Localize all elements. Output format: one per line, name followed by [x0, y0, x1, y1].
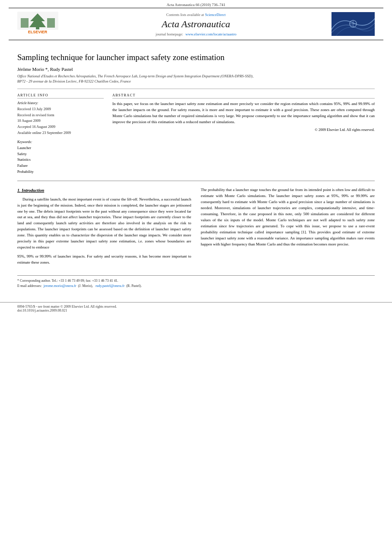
journal-header: ELSEVIER Contents lists available at Sci… — [9, 8, 383, 40]
footnote-area: * Corresponding author. Tel.: +33 1 46 7… — [17, 275, 375, 289]
keyword-failure: Failure — [17, 163, 104, 169]
body-divider — [17, 181, 375, 181]
affiliation-line1: Office National d'Etudes et Recherches A… — [17, 74, 253, 78]
sciencedirect-text: Contents lists available at — [166, 13, 204, 17]
email2-name: (R. Pastel). — [126, 284, 142, 288]
sciencedirect-line: Contents lists available at ScienceDirec… — [61, 12, 331, 17]
elsevier-logo-svg: ELSEVIER — [17, 12, 58, 35]
article-title: Sampling technique for launcher impact s… — [17, 52, 375, 63]
main-content: Sampling technique for launcher impact s… — [0, 40, 392, 298]
intro-para1-left: During a satellite launch, the most impo… — [17, 197, 191, 251]
body-two-col: 1. Introduction During a satellite launc… — [17, 187, 375, 269]
revised-date: 10 August 2009 — [17, 118, 104, 124]
bottom-doi: doi:10.1016/j.actaastro.2009.08.021 — [17, 309, 375, 312]
intro-text-left-tail: 95%, 99% or 99.99% of launcher impacts. … — [17, 254, 191, 264]
keyword-probability: Probability — [17, 169, 104, 175]
info-section: ARTICLE INFO Article history: Received 1… — [17, 93, 375, 175]
section1-title-text: Introduction — [22, 188, 44, 193]
col-left: 1. Introduction During a satellite launc… — [17, 187, 191, 269]
svg-rect-4 — [47, 18, 55, 28]
svg-rect-3 — [21, 18, 29, 28]
elsevier-logo-area: ELSEVIER — [17, 12, 61, 36]
page: Acta Astronautica 66 (2010) 736–741 ELSE… — [0, 0, 392, 535]
keywords-list: Launcher Safety Statistics Failure Proba… — [17, 145, 104, 175]
footnote-email-line: E-mail addresses: jerome.morio@onera.fr … — [17, 283, 375, 289]
journal-title: Acta Astronautica — [61, 19, 331, 30]
email1-name: (J. Morio), — [78, 284, 92, 288]
article-divider — [17, 89, 375, 89]
homepage-line: journal homepage: www.elsevier.com/locat… — [61, 32, 331, 36]
right-logo-box — [331, 12, 375, 36]
homepage-link[interactable]: www.elsevier.com/locate/actaastro — [185, 32, 236, 36]
svg-rect-2 — [36, 27, 39, 29]
email2-link[interactable]: rudy.pastel@onera.fr — [96, 284, 124, 288]
article-info-title: ARTICLE INFO — [17, 93, 104, 99]
keyword-launcher: Launcher — [17, 145, 104, 151]
section1-title: 1. Introduction — [17, 187, 191, 194]
history-label: Article history: — [17, 101, 104, 105]
intro-text-left: During a satellite launch, the most impo… — [17, 197, 191, 250]
email1-link[interactable]: jerome.morio@onera.fr — [44, 284, 76, 288]
abstract-copyright: © 2009 Elsevier Ltd. All rights reserved… — [112, 127, 375, 132]
homepage-text: journal homepage: — [156, 32, 183, 36]
accepted-date: Accepted 16 August 2009 — [17, 124, 104, 130]
abstract-section: ABSTRACT In this paper, we focus on the … — [112, 93, 375, 175]
received-date: Received 13 July 2009 — [17, 106, 104, 112]
email-label: E-mail addresses: — [17, 284, 42, 288]
abstract-text: In this paper, we focus on the launcher … — [112, 101, 375, 125]
keyword-safety: Safety — [17, 151, 104, 157]
journal-ref: Acta Astronautica 66 (2010) 736–741 — [167, 3, 226, 7]
article-affiliation: Office National d'Etudes et Recherches A… — [17, 73, 375, 85]
keywords-label: Keywords: — [17, 140, 104, 144]
available-date: Available online 23 September 2009 — [17, 130, 104, 136]
received-revised-label: Received in revised form — [17, 112, 104, 118]
footnote-corresponding: * Corresponding author. Tel.: +33 1 46 7… — [17, 278, 375, 283]
article-info: ARTICLE INFO Article history: Received 1… — [17, 93, 104, 175]
abstract-title: ABSTRACT — [112, 93, 375, 99]
intro-para1-right-end: 95%, 99% or 99.99% of launcher impacts. … — [17, 254, 191, 266]
sciencedirect-link[interactable]: ScienceDirect — [205, 13, 226, 17]
affiliation-line2: BP72 - 29 avenue de la Division Leclerc,… — [17, 79, 131, 83]
bottom-bar: 0094-5765/$ - see front matter © 2009 El… — [0, 302, 392, 315]
svg-text:ELSEVIER: ELSEVIER — [28, 30, 48, 34]
keyword-statistics: Statistics — [17, 157, 104, 163]
section1-number: 1. — [17, 188, 21, 193]
article-authors: Jérôme Morio *, Rudy Pastel — [17, 67, 375, 72]
journal-top-bar: Acta Astronautica 66 (2010) 736–741 — [0, 0, 392, 8]
bottom-copyright: 0094-5765/$ - see front matter © 2009 El… — [17, 305, 375, 309]
intro-text-right: The probability that a launcher stage to… — [201, 188, 375, 246]
right-logo-svg — [331, 12, 375, 36]
journal-header-center: Contents lists available at ScienceDirec… — [61, 12, 331, 36]
authors-text: Jérôme Morio *, Rudy Pastel — [17, 67, 73, 72]
intro-para-right: The probability that a launcher stage to… — [201, 187, 375, 247]
col-right: The probability that a launcher stage to… — [201, 187, 375, 269]
